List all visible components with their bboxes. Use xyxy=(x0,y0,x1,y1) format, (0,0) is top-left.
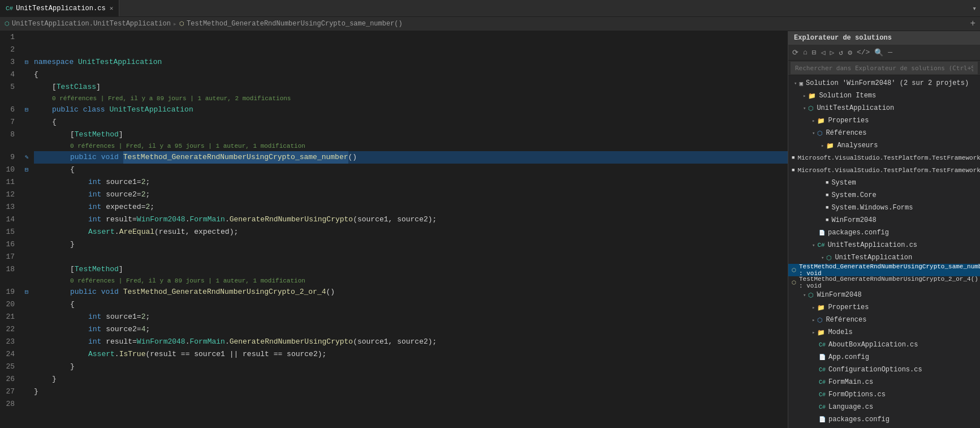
se-item-aboutbox[interactable]: C# AboutBoxApplication.cs xyxy=(788,339,980,351)
se-btn-search2[interactable]: 🔍 xyxy=(873,47,885,58)
se-item-language[interactable]: C# Language.cs xyxy=(788,401,980,413)
se-item-ms-testplatform[interactable]: ■ Microsoft.VisualStudio.TestPlatform.Te… xyxy=(788,152,980,164)
main-area: 1 2 3 4 5 6 7 8 9 10 11 12 13 xyxy=(0,31,980,428)
se-item-solution-items[interactable]: ▸ 📁 Solution Items xyxy=(788,89,980,102)
se-search-input[interactable] xyxy=(791,62,978,74)
breadcrumb-add[interactable]: + xyxy=(970,19,975,29)
se-item-program[interactable]: C# Program.cs xyxy=(788,426,980,428)
code-line-22: int source2 = 4; xyxy=(34,323,788,336)
line-num-3: 3 xyxy=(5,56,15,69)
code-line-4: { xyxy=(34,69,788,81)
se-item-unittestapp-cs[interactable]: ▾ C# UnitTestApplication.cs xyxy=(788,239,980,251)
se-btn-forward[interactable]: ▷ xyxy=(828,47,836,58)
se-btn-home[interactable]: ⌂ xyxy=(801,47,809,58)
line-num-26: 26 xyxy=(5,373,15,386)
wf-packages-icon: 📄 xyxy=(819,416,826,423)
line-num-21: 21 xyxy=(5,311,15,323)
se-label-solution-items: Solution Items xyxy=(819,92,876,100)
line-num-15: 15 xyxy=(5,226,15,238)
solution-items-expand-icon: ▸ xyxy=(803,93,806,99)
se-btn-sync[interactable]: ⟳ xyxy=(791,47,800,58)
code-line-1 xyxy=(34,31,788,44)
unittestapp-expand-icon: ▾ xyxy=(803,105,806,112)
tab-cs-icon: C# xyxy=(6,5,13,12)
aboutbox-icon: C# xyxy=(819,342,826,348)
line-num-22: 22 xyxy=(5,323,15,336)
code-line-12: int source2 = 2; xyxy=(34,189,788,201)
se-label-method2: TestMethod_GenerateRndNumberUsingCrypto_… xyxy=(799,276,978,289)
se-btn-collapse[interactable]: — xyxy=(886,47,894,58)
se-item-packages-config[interactable]: 📄 packages.config xyxy=(788,226,980,239)
se-item-winform2048-proj[interactable]: ▾ ⬡ WinForm2048 xyxy=(788,289,980,301)
gutter-icon-9: ✎ xyxy=(21,151,32,164)
breadcrumb-item-2[interactable]: TestMethod_GenerateRndNumberUsingCrypto_… xyxy=(187,20,403,28)
se-item-system-core[interactable]: ■ System.Core xyxy=(788,189,980,202)
code-line-19: public void TestMethod_GenerateRndNumber… xyxy=(34,286,788,298)
se-item-unittestapp-class[interactable]: ▾ ⬡ UnitTestApplication xyxy=(788,251,980,264)
se-item-wf-properties[interactable]: ▸ 📁 Properties xyxy=(788,301,980,314)
solution-items-folder-icon: 📁 xyxy=(808,92,816,100)
active-tab[interactable]: C# UnitTestApplication.cs ✕ xyxy=(0,0,119,16)
se-item-system-winforms[interactable]: ■ System.Windows.Forms xyxy=(788,202,980,214)
code-scroll-area[interactable]: 1 2 3 4 5 6 7 8 9 10 11 12 13 xyxy=(0,31,788,428)
appconfig-icon: 📄 xyxy=(819,354,826,361)
se-tree[interactable]: ▾ ▣ Solution 'WinForm2048' (2 sur 2 proj… xyxy=(788,76,980,428)
se-btn-filter[interactable]: ⊟ xyxy=(810,47,818,58)
references-expand-icon: ▾ xyxy=(812,130,815,136)
code-container: 1 2 3 4 5 6 7 8 9 10 11 12 13 xyxy=(0,31,788,428)
meta-line-2: 0 références | Fred, il y a 95 jours | 1… xyxy=(34,141,788,151)
code-content[interactable]: namespace UnitTestApplication { [TestCla… xyxy=(32,31,788,428)
system-winforms-icon: ■ xyxy=(826,205,828,211)
se-item-appconfig[interactable]: 📄 App.config xyxy=(788,351,980,363)
se-btn-settings[interactable]: ⚙ xyxy=(846,47,854,58)
editor-area[interactable]: 1 2 3 4 5 6 7 8 9 10 11 12 13 xyxy=(0,31,788,428)
se-item-method2[interactable]: ⬡ TestMethod_GenerateRndNumberUsingCrypt… xyxy=(788,276,980,289)
se-item-method1[interactable]: ⬡ TestMethod_GenerateRndNumberUsingCrypt… xyxy=(788,264,980,276)
se-item-configoptions[interactable]: C# ConfigurationOptions.cs xyxy=(788,363,980,376)
active-tab-close[interactable]: ✕ xyxy=(110,5,114,12)
system-core-icon: ■ xyxy=(826,192,828,198)
se-btn-back[interactable]: ◁ xyxy=(819,47,827,58)
se-item-analyseurs[interactable]: ▸ 📁 Analyseurs xyxy=(788,139,980,152)
se-search-bar xyxy=(788,61,980,76)
code-line-20: { xyxy=(34,298,788,311)
method2-icon: ⬡ xyxy=(792,280,796,286)
properties-expand-icon: ▸ xyxy=(812,118,815,124)
se-label-analyseurs: Analyseurs xyxy=(837,142,878,149)
line-num-meta2 xyxy=(5,141,15,151)
se-item-properties[interactable]: ▸ 📁 Properties xyxy=(788,114,980,127)
se-item-ms-testplatform-ext[interactable]: ■ Microsoft.VisualStudio.TestPlatform.Te… xyxy=(788,164,980,177)
code-line-23: int result = WinForm2048.FormMain.Genera… xyxy=(34,336,788,348)
se-item-wf-packages[interactable]: 📄 packages.config xyxy=(788,413,980,426)
se-item-wf-references[interactable]: ▸ ⬡ Références xyxy=(788,314,980,326)
line-num-10: 10 xyxy=(5,164,15,176)
se-item-winform2048-ref[interactable]: ■ WinForm2048 xyxy=(788,214,980,226)
se-item-solution[interactable]: ▾ ▣ Solution 'WinForm2048' (2 sur 2 proj… xyxy=(788,77,980,89)
se-item-system[interactable]: ■ System xyxy=(788,177,980,189)
se-item-unittestapp[interactable]: ▾ ⬡ UnitTestApplication xyxy=(788,102,980,114)
se-title: Explorateur de solutions xyxy=(794,34,892,42)
line-num-6: 6 xyxy=(5,104,15,116)
tab-overflow[interactable]: ▾ xyxy=(969,0,980,16)
line-num-11: 11 xyxy=(5,176,15,189)
tab-bar: C# UnitTestApplication.cs ✕ ▾ xyxy=(0,0,980,17)
se-label-language: Language.cs xyxy=(828,403,873,411)
se-label-ms-testplatform-ext: Microsoft.VisualStudio.TestPlatform.Test… xyxy=(797,167,980,174)
se-item-wf-models[interactable]: ▸ 📁 Models xyxy=(788,326,980,339)
line-num-meta3 xyxy=(5,276,15,286)
code-line-3: namespace UnitTestApplication xyxy=(34,56,788,69)
code-line-26: } xyxy=(34,373,788,386)
se-item-formmain[interactable]: C# FormMain.cs xyxy=(788,376,980,388)
breadcrumb-item-1[interactable]: UnitTestApplication.UnitTestApplication xyxy=(12,20,171,28)
se-item-references[interactable]: ▾ ⬡ Références xyxy=(788,127,980,139)
se-item-formoptions[interactable]: C# FormOptions.cs xyxy=(788,388,980,401)
meta-line-3: 0 références | Fred, il y a 89 jours | 1… xyxy=(34,276,788,286)
breadcrumb-bar: ⬡ UnitTestApplication.UnitTestApplicatio… xyxy=(0,17,980,31)
se-btn-code[interactable]: </> xyxy=(855,47,871,58)
se-label-winform2048-ref: WinForm2048 xyxy=(831,216,876,224)
se-btn-refresh[interactable]: ↺ xyxy=(837,47,845,58)
breadcrumb-sep-1: ▸ xyxy=(173,20,177,28)
wf-models-expand-icon: ▸ xyxy=(812,329,815,336)
solution-icon: ▣ xyxy=(799,80,803,87)
winform2048-ref-icon: ■ xyxy=(826,217,828,223)
